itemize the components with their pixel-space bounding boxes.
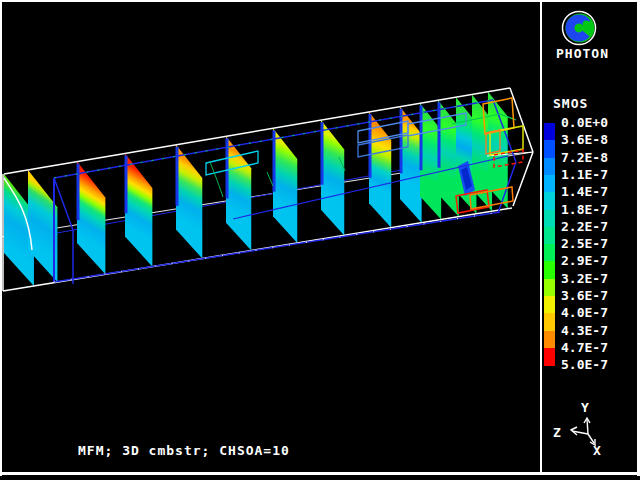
component-wireframe — [210, 162, 223, 197]
legend-label: 5.0E-7 — [561, 357, 608, 373]
legend-swatch — [544, 348, 555, 366]
legend-label: 2.5E-7 — [561, 236, 608, 252]
legend-label: 2.9E-7 — [561, 253, 608, 269]
panel-separator — [540, 0, 542, 473]
legend-label: 1.8E-7 — [561, 202, 608, 218]
legend-label: 7.2E-8 — [561, 150, 608, 166]
legend-label: 1.1E-7 — [561, 167, 608, 183]
contour-slice — [176, 145, 202, 259]
plot-caption: MFM; 3D cmbstr; CHSOA=10 — [78, 443, 290, 458]
legend-label: 3.6E-7 — [561, 288, 608, 304]
window-border-left — [0, 0, 2, 476]
legend-label: 1.4E-7 — [561, 184, 608, 200]
window-border-top — [0, 0, 640, 2]
component-wireframe — [267, 172, 273, 186]
legend-label: 4.3E-7 — [561, 323, 608, 339]
axis-label-x: X — [593, 443, 601, 458]
legend-title: SMOS — [553, 96, 588, 111]
legend-swatch — [544, 313, 555, 331]
axis-label-z: Z — [553, 425, 561, 440]
legend-label: 4.7E-7 — [561, 340, 608, 356]
legend-swatch — [544, 210, 555, 228]
photon-logo-icon — [557, 6, 603, 50]
legend-swatch — [544, 227, 555, 245]
contour-slice — [77, 162, 105, 275]
legend-label: 4.0E-7 — [561, 305, 608, 321]
legend-swatch — [544, 296, 555, 314]
window-border-bottom — [0, 472, 640, 475]
axis-triad-icon: Y Z X — [545, 395, 637, 470]
legend-swatch — [544, 192, 555, 210]
brand-name: PHOTON — [556, 46, 609, 61]
contour-slice — [369, 112, 391, 228]
contour-slice — [125, 153, 152, 266]
legend-swatch — [544, 244, 555, 262]
legend-swatch — [544, 175, 555, 193]
legend-swatch — [544, 123, 555, 141]
legend-label: 0.0E+0 — [561, 115, 608, 131]
contour-slice — [321, 120, 344, 235]
legend-swatch — [544, 279, 555, 297]
side-panel: PHOTON SMOS 0.0E+03.6E-87.2E-81.1E-71.4E… — [542, 0, 637, 472]
axis-label-y: Y — [581, 400, 589, 415]
legend-label: 2.2E-7 — [561, 219, 608, 235]
legend-label: 3.2E-7 — [561, 271, 608, 287]
legend-swatch — [544, 261, 555, 279]
legend-label: 3.6E-8 — [561, 132, 608, 148]
application-window: MFM; 3D cmbstr; CHSOA=10 PHOTON SMOS 0.0… — [0, 0, 640, 480]
legend-swatch — [544, 140, 555, 158]
contour-slice — [273, 128, 297, 243]
legend-swatch — [544, 158, 555, 176]
legend-swatch — [544, 331, 555, 349]
